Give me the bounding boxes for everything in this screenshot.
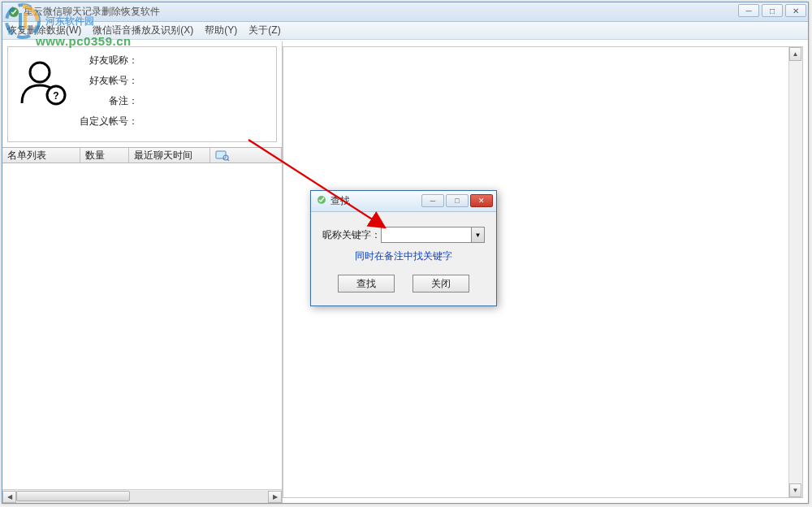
titlebar-text: 星云微信聊天记录删除恢复软件 [24,5,160,19]
dialog-titlebar: 查找 ─ □ ✕ [311,191,496,212]
svg-point-4 [30,63,50,82]
column-quantity[interactable]: 数量 [80,147,129,164]
menubar: 恢复删除数据(W) 微信语音播放及识别(X) 帮助(Y) 关于(Z) [2,22,808,40]
dialog-title: 查找 [330,194,350,208]
minimize-button[interactable]: ─ [738,4,759,17]
close-button[interactable]: ✕ [785,4,806,17]
account-label: 好友帐号： [80,74,138,88]
dialog-icon [316,194,327,208]
dialog-maximize-button[interactable]: □ [446,194,469,207]
column-name[interactable]: 名单列表 [2,147,80,164]
find-button[interactable]: 查找 [338,275,395,292]
dialog-window-controls: ─ □ ✕ [421,194,493,207]
close-dialog-button[interactable]: 关闭 [412,275,469,292]
search-remark-link[interactable]: 同时在备注中找关键字 [322,249,485,263]
remark-label: 备注： [80,94,138,108]
search-dialog: 查找 ─ □ ✕ 昵称关键字： ▼ 同时在备注中找关键字 查找 关闭 [310,190,497,306]
dialog-close-button[interactable]: ✕ [470,194,493,207]
friend-list-body[interactable] [2,163,282,489]
friend-list-header: 名单列表 数量 最近聊天时间 [2,147,282,163]
svg-rect-7 [216,151,226,158]
scroll-thumb[interactable] [16,491,130,501]
column-search [210,148,282,162]
friend-info-panel: ? 好友昵称： 好友帐号： 备注： 自定义帐号： [7,46,277,142]
vertical-scrollbar[interactable]: ▲ ▼ [788,47,802,497]
scroll-down-button[interactable]: ▼ [789,483,801,497]
menu-help[interactable]: 帮助(Y) [205,24,237,37]
menu-about[interactable]: 关于(Z) [248,24,280,37]
app-icon [7,6,20,19]
menu-voice[interactable]: 微信语音播放及识别(X) [93,24,193,37]
left-pane: ? 好友昵称： 好友帐号： 备注： 自定义帐号： 名单列表 数量 最近聊天时间 [2,41,283,503]
maximize-button[interactable]: □ [762,4,783,17]
custom-account-label: 自定义帐号： [80,115,138,128]
search-icon[interactable] [215,150,230,161]
dialog-body: 昵称关键字： ▼ 同时在备注中找关键字 查找 关闭 [311,212,496,306]
scroll-left-button[interactable]: ◀ [2,491,16,503]
chevron-down-icon[interactable]: ▼ [471,228,484,242]
svg-line-9 [227,159,229,161]
scroll-up-button[interactable]: ▲ [789,47,801,61]
keyword-label: 昵称关键字： [322,228,381,242]
avatar-placeholder-icon: ? [15,54,71,110]
column-last-chat-time[interactable]: 最近聊天时间 [129,147,210,164]
scroll-track[interactable] [16,491,268,503]
scroll-right-button[interactable]: ▶ [268,491,282,503]
menu-recover[interactable]: 恢复删除数据(W) [7,24,81,37]
nick-label: 好友昵称： [80,54,138,67]
svg-text:?: ? [53,90,58,102]
titlebar: 星云微信聊天记录删除恢复软件 ─ □ ✕ [2,2,808,22]
window-controls: ─ □ ✕ [738,4,806,17]
friend-info-fields: 好友昵称： 好友帐号： 备注： 自定义帐号： [80,54,270,135]
horizontal-scrollbar[interactable]: ◀ ▶ [2,489,282,503]
keyword-combobox[interactable]: ▼ [381,227,485,243]
dialog-minimize-button[interactable]: ─ [421,194,444,207]
